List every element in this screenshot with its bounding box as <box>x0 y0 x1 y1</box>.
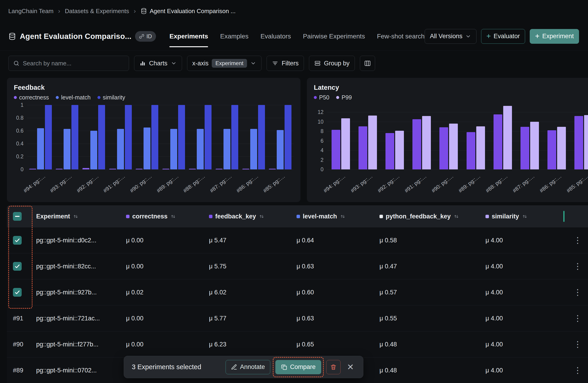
bar-p99[interactable] <box>368 115 377 169</box>
bar-p99[interactable] <box>449 124 458 169</box>
row-menu-button[interactable]: ⋮ <box>573 340 582 348</box>
experiment-name[interactable]: pg::gpt-5-mini::927b... <box>33 289 123 296</box>
bar-p99[interactable] <box>395 131 404 169</box>
tab-pairwise-experiments[interactable]: Pairwise Experiments <box>303 22 365 50</box>
table-row[interactable]: #90pg::gpt-5-mini::f277b...μ 0.00μ 6.23μ… <box>7 331 588 357</box>
bar-level-match[interactable] <box>250 129 257 169</box>
select-all-checkbox[interactable] <box>13 212 22 221</box>
bar-p99[interactable] <box>476 126 485 169</box>
bar-level-match[interactable] <box>224 129 231 169</box>
bar-p50[interactable] <box>385 133 394 169</box>
legend-item-p99[interactable]: P99 <box>336 94 352 101</box>
bar-p50[interactable] <box>574 116 583 169</box>
bar-p50[interactable] <box>358 126 367 169</box>
experiment-name[interactable]: pg::gpt-5-mini::f277b... <box>33 341 123 348</box>
add-evaluator-button[interactable]: + Evaluator <box>481 29 525 44</box>
experiment-name[interactable]: pg::gpt-5-mini::0702... <box>33 367 123 374</box>
table-row[interactable]: #91pg::gpt-5-mini::721ac...μ 0.00μ 5.77μ… <box>7 306 588 331</box>
sort-icon[interactable] <box>170 214 176 219</box>
row-menu-button[interactable]: ⋮ <box>573 236 582 245</box>
delete-button[interactable] <box>326 360 340 374</box>
header-menu-button[interactable]: ⋮ <box>584 31 588 41</box>
bar-level-match[interactable] <box>63 129 70 169</box>
column-header-experiment[interactable]: Experiment <box>33 213 123 220</box>
legend-item-level-match[interactable]: level-match <box>56 94 91 101</box>
row-menu-button[interactable]: ⋮ <box>573 288 582 296</box>
compare-button[interactable]: Compare <box>275 360 321 374</box>
breadcrumb-current[interactable]: Agent Evaluation Comparison ... <box>141 8 236 15</box>
sort-icon[interactable] <box>522 214 528 219</box>
legend-item-p50[interactable]: P50 <box>314 94 329 101</box>
bar-p50[interactable] <box>412 119 421 169</box>
close-selection-button[interactable]: ✕ <box>346 362 355 372</box>
bar-level-match[interactable] <box>197 129 204 169</box>
dataset-id-badge[interactable]: ID <box>135 31 156 42</box>
bar-similarity[interactable] <box>151 105 158 169</box>
search-input[interactable] <box>23 60 124 67</box>
sort-icon[interactable] <box>259 214 265 219</box>
breadcrumb-datasets[interactable]: Datasets & Experiments <box>65 8 129 15</box>
row-checkbox[interactable] <box>13 262 22 271</box>
row-menu-button[interactable]: ⋮ <box>573 262 582 270</box>
bar-level-match[interactable] <box>37 128 44 169</box>
legend-item-similarity[interactable]: similarity <box>97 94 125 101</box>
versions-dropdown[interactable]: All Versions <box>425 29 477 44</box>
row-checkbox[interactable] <box>13 288 22 297</box>
bar-level-match[interactable] <box>170 129 177 169</box>
bar-similarity[interactable] <box>258 105 265 169</box>
sort-icon[interactable] <box>453 214 459 219</box>
bar-level-match[interactable] <box>277 130 284 169</box>
bar-similarity[interactable] <box>178 105 185 169</box>
filters-button[interactable]: Filters <box>267 56 304 71</box>
table-row[interactable]: pg::gpt-5-mini::927b...μ 0.02μ 6.02μ 0.6… <box>7 279 588 306</box>
column-header-level-match[interactable]: level-match <box>294 213 377 220</box>
tab-examples[interactable]: Examples <box>220 22 248 50</box>
experiment-name[interactable]: pg::gpt-5-mini::d0c2... <box>33 237 123 244</box>
add-experiment-button[interactable]: + Experiment <box>530 29 579 44</box>
bar-p99[interactable] <box>422 116 431 169</box>
bar-p99[interactable] <box>584 115 588 169</box>
column-header-python-feedback-key[interactable]: python_feedback_key <box>377 213 483 220</box>
bar-p99[interactable] <box>530 122 539 169</box>
bar-similarity[interactable] <box>231 105 238 169</box>
charts-dropdown[interactable]: Charts <box>134 56 182 71</box>
xaxis-dropdown[interactable]: x-axis Experiment <box>187 56 262 71</box>
row-checkbox[interactable] <box>13 236 22 245</box>
columns-button[interactable] <box>360 56 375 71</box>
annotate-button[interactable]: Annotate <box>226 360 270 374</box>
bar-similarity[interactable] <box>45 105 52 169</box>
bar-p50[interactable] <box>494 115 502 169</box>
bar-p99[interactable] <box>503 106 512 169</box>
bar-p50[interactable] <box>332 130 340 169</box>
bar-p50[interactable] <box>521 127 529 169</box>
column-header-similarity[interactable]: similarity <box>483 213 567 220</box>
tab-evaluators[interactable]: Evaluators <box>260 22 291 50</box>
column-header-correctness[interactable]: correctness <box>123 213 206 220</box>
bar-similarity[interactable] <box>285 105 292 169</box>
sort-icon[interactable] <box>340 214 346 219</box>
bar-similarity[interactable] <box>98 105 105 169</box>
bar-p99[interactable] <box>557 127 566 169</box>
bar-p50[interactable] <box>547 130 556 169</box>
breadcrumb-team[interactable]: LangChain Team <box>8 8 53 15</box>
tab-experiments[interactable]: Experiments <box>169 22 208 50</box>
bar-level-match[interactable] <box>144 128 150 169</box>
bar-similarity[interactable] <box>71 105 78 169</box>
row-menu-button[interactable]: ⋮ <box>573 314 582 323</box>
bar-similarity[interactable] <box>125 105 132 169</box>
group-by-button[interactable]: Group by <box>309 56 355 71</box>
bar-similarity[interactable] <box>205 105 211 169</box>
experiment-name[interactable]: pg::gpt-5-mini::721ac... <box>33 315 123 322</box>
experiment-name[interactable]: pg::gpt-5-mini::82cc... <box>33 263 123 270</box>
bar-p50[interactable] <box>467 132 475 169</box>
bar-p50[interactable] <box>439 127 448 169</box>
tab-few-shot-search[interactable]: Few-shot search <box>377 22 425 50</box>
table-row[interactable]: pg::gpt-5-mini::d0c2...μ 0.00μ 5.47μ 0.6… <box>7 228 588 253</box>
legend-item-correctness[interactable]: correctness <box>14 94 49 101</box>
sort-icon[interactable] <box>73 214 79 219</box>
column-header-feedback-key[interactable]: feedback_key <box>206 213 294 220</box>
bar-p99[interactable] <box>341 118 350 169</box>
bar-level-match[interactable] <box>117 129 124 169</box>
bar-level-match[interactable] <box>90 131 97 169</box>
row-menu-button[interactable]: ⋮ <box>573 366 582 374</box>
